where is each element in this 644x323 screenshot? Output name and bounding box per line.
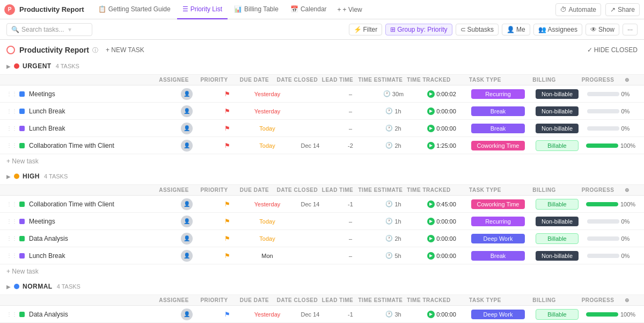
task-name[interactable]: Collaboration Time with Client xyxy=(29,142,165,149)
play-icon[interactable]: ▶ xyxy=(427,125,435,132)
filter-button[interactable]: ⚡ Filter xyxy=(349,24,383,35)
tab-getting-started[interactable]: 📋 Getting Started Guide xyxy=(93,0,176,19)
automate-button[interactable]: ⏱ Automate xyxy=(555,3,601,16)
task-progress-cell: 0% xyxy=(584,108,638,114)
task-name[interactable]: Data Analysis xyxy=(29,311,165,318)
priority-flag-icon: ⚑ xyxy=(224,311,230,318)
task-billing-cell: Billable xyxy=(530,140,584,151)
assignees-button[interactable]: 👥 Assignees xyxy=(533,24,582,35)
section-header-normal: ▶ NORMAL 4 TASKS xyxy=(0,278,644,295)
task-type-cell: Coworking Time xyxy=(466,141,530,150)
collapse-normal-icon[interactable]: ▶ xyxy=(6,284,11,290)
task-time-tracked: ▶0:00:00 xyxy=(418,125,466,132)
task-status-dot[interactable] xyxy=(19,312,25,317)
task-count-normal: 4 TASKS xyxy=(57,283,80,290)
play-icon[interactable]: ▶ xyxy=(427,107,435,115)
task-status-dot[interactable] xyxy=(19,91,25,97)
table-row: ⋮⋮ Meetings 👤 ⚑ Today – 🕐1h ▶0:00:00 Rec… xyxy=(0,213,644,230)
drag-handle-icon[interactable]: ⋮⋮ xyxy=(6,253,17,259)
drag-handle-icon[interactable]: ⋮⋮ xyxy=(6,235,17,241)
new-task-button[interactable]: + NEW TASK xyxy=(103,45,148,55)
hide-closed-button[interactable]: ✓ HIDE CLOSED xyxy=(587,46,638,54)
drag-handle-icon[interactable]: ⋮⋮ xyxy=(6,311,17,317)
nav-tabs: 📋 Getting Started Guide ☰ Priority List … xyxy=(93,0,367,19)
task-time-est: 🕐1h xyxy=(369,107,418,114)
drag-handle-icon[interactable]: ⋮⋮ xyxy=(6,108,17,114)
share-icon: ↗ xyxy=(610,6,616,13)
clock-icon: 🕐 xyxy=(385,107,393,114)
task-lead-time: – xyxy=(332,108,369,114)
more-options-button[interactable]: ··· xyxy=(623,24,638,35)
info-icon[interactable]: ⓘ xyxy=(92,46,98,54)
play-icon[interactable]: ▶ xyxy=(427,252,435,260)
play-icon[interactable]: ▶ xyxy=(427,218,435,225)
play-icon[interactable]: ▶ xyxy=(427,311,435,318)
task-name[interactable]: Data Analysis xyxy=(29,235,165,242)
group-icon: ⊞ xyxy=(390,26,396,33)
col-header-add[interactable]: ⊕ xyxy=(625,77,638,83)
drag-handle-icon[interactable]: ⋮⋮ xyxy=(6,218,17,224)
task-type-badge: Recurring xyxy=(471,89,525,99)
share-button[interactable]: ↗ Share xyxy=(605,3,640,16)
group-by-button[interactable]: ⊞ Group by: Priority xyxy=(385,24,452,35)
billing-table-icon: 📊 xyxy=(234,5,242,13)
task-assignee: 👤 xyxy=(165,250,208,262)
task-status-dot[interactable] xyxy=(19,236,25,241)
task-type-badge: Recurring xyxy=(471,217,525,226)
search-box[interactable]: 🔍 Search tasks... ▾ xyxy=(6,23,92,36)
tab-priority-list[interactable]: ☰ Priority List xyxy=(177,0,228,19)
task-status-dot[interactable] xyxy=(19,202,25,207)
tab-calendar[interactable]: 📅 Calendar xyxy=(285,0,332,19)
play-icon[interactable]: ▶ xyxy=(427,200,435,208)
priority-flag-icon: ⚑ xyxy=(224,107,230,115)
me-button[interactable]: 👤 Me xyxy=(502,24,530,35)
task-status-dot[interactable] xyxy=(19,126,25,131)
col-header-priority: PRIORITY xyxy=(195,77,233,83)
task-priority: ⚑ xyxy=(208,125,246,132)
drag-handle-icon[interactable]: ⋮⋮ xyxy=(6,201,17,207)
show-button[interactable]: 👁 Show xyxy=(586,24,619,35)
task-due-date: Mon xyxy=(246,253,289,259)
drag-handle-icon[interactable]: ⋮⋮ xyxy=(6,142,17,148)
task-name[interactable]: Lunch Break xyxy=(29,252,165,260)
play-icon[interactable]: ▶ xyxy=(427,142,435,149)
priority-list-icon: ☰ xyxy=(182,5,188,13)
tab-billing-table[interactable]: 📊 Billing Table xyxy=(229,0,284,19)
task-name[interactable]: Lunch Break xyxy=(29,125,165,132)
new-task-high[interactable]: + New task xyxy=(0,264,644,278)
collapse-high-icon[interactable]: ▶ xyxy=(6,174,11,180)
drag-handle-icon[interactable]: ⋮⋮ xyxy=(6,125,17,131)
section-title-urgent: URGENT xyxy=(23,62,52,70)
new-task-urgent[interactable]: + New task xyxy=(0,154,644,168)
task-status-dot[interactable] xyxy=(19,109,25,114)
task-priority: ⚑ xyxy=(208,311,246,318)
progress-text: 0% xyxy=(621,125,635,132)
drag-handle-icon[interactable]: ⋮⋮ xyxy=(6,91,17,97)
collapse-urgent-icon[interactable]: ▶ xyxy=(6,63,11,69)
task-lead-time: – xyxy=(332,253,369,259)
priority-flag-icon: ⚑ xyxy=(224,142,230,149)
task-progress-cell: 0% xyxy=(584,253,638,259)
task-lead-time: – xyxy=(332,235,369,242)
task-due-date: Today xyxy=(246,235,289,242)
play-icon[interactable]: ▶ xyxy=(427,90,435,98)
task-name[interactable]: Lunch Break xyxy=(29,107,165,115)
clock-icon: 🕐 xyxy=(383,90,391,97)
task-billing-cell: Non-billable xyxy=(530,217,584,226)
task-status-dot[interactable] xyxy=(19,253,25,259)
task-status-dot[interactable] xyxy=(19,143,25,148)
task-billing-cell: Billable xyxy=(530,233,584,244)
task-name[interactable]: Meetings xyxy=(29,218,165,225)
subtasks-button[interactable]: ⊂ Subtasks xyxy=(456,24,499,35)
task-time-est: 🕐30m xyxy=(369,90,418,97)
task-billing-cell: Non-billable xyxy=(530,124,584,133)
progress-text: 100% xyxy=(620,142,635,149)
task-status-dot[interactable] xyxy=(19,219,25,224)
task-name[interactable]: Meetings xyxy=(29,90,165,98)
billing-badge: Billable xyxy=(536,199,579,210)
play-icon[interactable]: ▶ xyxy=(427,235,435,242)
table-row: ⋮⋮ Lunch Break 👤 ⚑ Yesterday – 🕐1h ▶0:00… xyxy=(0,103,644,120)
task-name[interactable]: Collaboration Time with Client xyxy=(29,200,165,208)
task-progress-cell: 0% xyxy=(584,125,638,132)
add-view-button[interactable]: + + View xyxy=(333,4,367,16)
